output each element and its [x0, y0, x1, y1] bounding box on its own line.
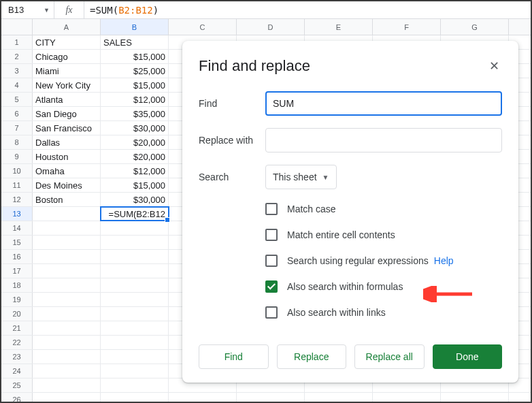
cell[interactable]: $25,000 [101, 64, 169, 78]
row-header[interactable]: 15 [1, 236, 33, 249]
checkbox-within-links[interactable] [265, 306, 278, 319]
cell[interactable]: Dallas [33, 135, 101, 149]
row-header[interactable]: 26 [1, 393, 33, 403]
cell[interactable]: Chicago [33, 50, 101, 63]
done-button[interactable]: Done [433, 344, 503, 369]
cell[interactable]: $30,000 [101, 121, 169, 135]
cell[interactable]: Omaha [33, 164, 101, 178]
checkbox-within-formulas[interactable] [265, 280, 278, 293]
checkbox-regex[interactable] [265, 255, 278, 267]
cell[interactable] [101, 364, 169, 378]
cell[interactable] [33, 378, 101, 392]
cell[interactable] [33, 293, 101, 306]
cell[interactable] [33, 321, 101, 335]
row-header[interactable]: 4 [1, 78, 33, 92]
row-header[interactable]: 22 [1, 336, 33, 349]
row-header[interactable]: 13 [1, 207, 33, 221]
row-header[interactable]: 19 [1, 293, 33, 306]
row-header[interactable]: 11 [1, 178, 33, 192]
row-header[interactable]: 8 [1, 135, 33, 149]
row-header[interactable]: 18 [1, 278, 33, 292]
cell[interactable] [101, 221, 169, 235]
cell[interactable] [33, 307, 101, 321]
row-header[interactable]: 16 [1, 250, 33, 263]
cell[interactable] [101, 236, 169, 249]
row-header[interactable]: 9 [1, 150, 33, 163]
cell[interactable] [101, 336, 169, 349]
cell[interactable]: $20,000 [101, 135, 169, 149]
cell[interactable] [305, 393, 373, 403]
cell[interactable] [169, 393, 237, 403]
cell[interactable]: Miami [33, 64, 101, 78]
cell[interactable] [101, 321, 169, 335]
row-header[interactable]: 3 [1, 64, 33, 78]
cell[interactable] [101, 278, 169, 292]
cell[interactable] [237, 393, 305, 403]
name-box[interactable]: B13 ▼ [1, 1, 54, 18]
cell[interactable] [33, 250, 101, 263]
cell[interactable] [101, 378, 169, 392]
search-scope-dropdown[interactable]: This sheet ▼ [265, 165, 337, 189]
cell[interactable]: New York City [33, 78, 101, 92]
option-within-formulas[interactable]: Also search within formulas [265, 274, 502, 300]
cell[interactable] [101, 307, 169, 321]
replace-button[interactable]: Replace [277, 344, 347, 369]
cell[interactable]: $35,000 [101, 107, 169, 120]
row-header[interactable]: 12 [1, 193, 33, 206]
row-header[interactable]: 7 [1, 121, 33, 135]
row-header[interactable]: 24 [1, 364, 33, 378]
cell[interactable]: $15,000 [101, 78, 169, 92]
checkbox-match-contents[interactable] [265, 229, 278, 241]
replace-all-button[interactable]: Replace all [354, 344, 425, 369]
cell[interactable]: Houston [33, 150, 101, 163]
cell[interactable]: Boston [33, 193, 101, 206]
column-header[interactable]: D [237, 19, 305, 35]
checkbox-match-case[interactable] [265, 203, 278, 215]
cell[interactable] [441, 393, 509, 403]
column-header[interactable]: B [101, 19, 169, 35]
cell[interactable]: Atlanta [33, 93, 101, 106]
cell[interactable] [101, 393, 169, 403]
cell[interactable] [33, 364, 101, 378]
cell[interactable]: $12,000 [101, 93, 169, 106]
cell[interactable]: $12,000 [101, 164, 169, 178]
cell[interactable] [373, 393, 441, 403]
regex-help-link[interactable]: Help [434, 255, 454, 266]
row-header[interactable]: 21 [1, 321, 33, 335]
cell[interactable]: CITY [33, 35, 101, 49]
cell[interactable]: SALES [101, 35, 169, 49]
cell[interactable]: $15,000 [101, 50, 169, 63]
cell[interactable] [101, 250, 169, 263]
row-header[interactable]: 17 [1, 264, 33, 278]
row-header[interactable]: 23 [1, 350, 33, 364]
row-header[interactable]: 25 [1, 378, 33, 392]
cell[interactable]: $20,000 [101, 150, 169, 163]
cell[interactable] [33, 264, 101, 278]
find-button[interactable]: Find [199, 344, 269, 369]
close-icon[interactable]: ✕ [486, 59, 502, 74]
cell[interactable] [33, 236, 101, 249]
row-header[interactable]: 2 [1, 50, 33, 63]
row-header[interactable]: 5 [1, 93, 33, 106]
column-header[interactable]: C [169, 19, 237, 35]
cell[interactable] [33, 393, 101, 403]
option-within-links[interactable]: Also search within links [265, 300, 502, 325]
cell[interactable] [33, 350, 101, 364]
cell[interactable] [33, 278, 101, 292]
cell[interactable]: San Diego [33, 107, 101, 120]
cell[interactable] [101, 264, 169, 278]
option-match-case[interactable]: Match case [265, 196, 502, 222]
cell[interactable] [101, 293, 169, 306]
option-regex[interactable]: Search using regular expressions Help [265, 248, 502, 274]
column-header[interactable]: G [441, 19, 509, 35]
cell[interactable]: San Francisco [33, 121, 101, 135]
formula-input[interactable]: =SUM(B2:B12) [84, 1, 531, 18]
cell[interactable] [101, 350, 169, 364]
row-header[interactable]: 6 [1, 107, 33, 120]
row-header[interactable]: 1 [1, 35, 33, 49]
column-header[interactable]: A [33, 19, 101, 35]
replace-input[interactable] [265, 128, 502, 152]
cell[interactable]: Des Moines [33, 178, 101, 192]
cell[interactable] [33, 221, 101, 235]
select-all-corner[interactable] [1, 19, 33, 35]
